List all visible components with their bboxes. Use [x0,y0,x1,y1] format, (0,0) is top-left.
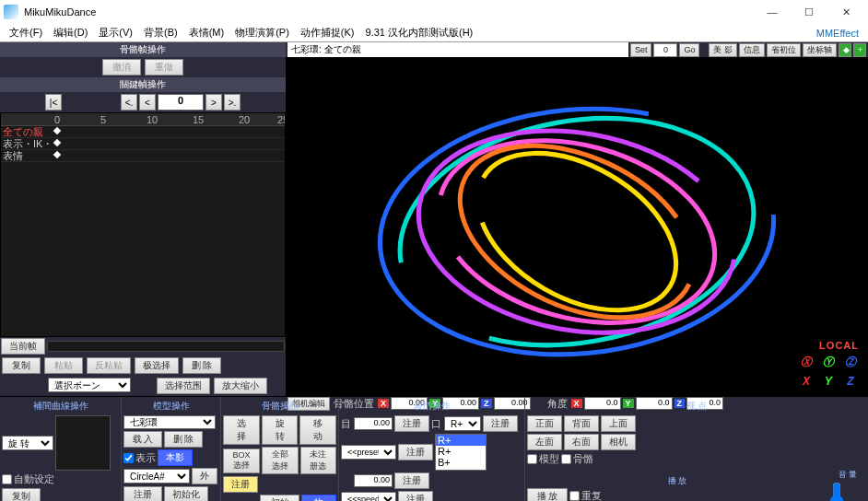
nav-prev[interactable]: < [139,94,156,111]
nav-prev2[interactable]: <. [121,94,137,111]
disp-check[interactable]: 表示 [123,451,156,465]
list-item[interactable]: B+ [436,457,486,468]
other-select[interactable]: <<speed4+ [341,492,396,501]
curve-mode-select[interactable]: 旋 转 [2,436,53,450]
set-value[interactable]: 0 [653,43,677,57]
list-item[interactable]: R+ [436,446,486,457]
gizmo: LOCAL Ⓧ Ⓨ Ⓩ X Y Z [798,340,859,390]
keyframe-icon[interactable] [53,151,61,158]
vp-plus-icon[interactable]: + [853,43,866,57]
delete-button[interactable]: 删 除 [182,357,221,374]
view-front[interactable]: 正面 [527,415,562,432]
move-y-icon[interactable]: Y [820,373,837,390]
rangesel-button[interactable]: 极选择 [135,357,179,374]
bone-select[interactable]: 选 择 [223,415,260,445]
go-button[interactable]: Go [679,43,699,57]
bone-boxsel[interactable]: BOX选择 [223,449,260,473]
menu-file[interactable]: 文件(F) [4,26,48,40]
view-top[interactable]: 上面 [601,415,636,432]
repeat-check[interactable]: 重复 [569,489,602,501]
bone-reg[interactable]: 注册 [223,476,258,493]
invpaste-button[interactable]: 反粘贴 [87,357,131,374]
zoom-button[interactable]: 放大缩小 [214,378,267,394]
bone-unsel[interactable]: 未注册选 [300,447,336,474]
mouth-select[interactable]: R+ [444,416,481,431]
bone-select-dropdown[interactable]: 選択ボーン [48,378,131,392]
redo-button[interactable]: 重做 [145,59,183,76]
lip-value[interactable]: 0.00 [354,474,393,487]
circle-select[interactable]: CircleA# [123,469,190,484]
minimize-button[interactable]: — [754,0,791,24]
list-item[interactable]: R+ [436,435,486,446]
lip-reg[interactable]: 注册 [394,472,429,489]
vp-green-icon[interactable]: ◆ [839,43,851,57]
view-bone-check[interactable]: 骨骼 [561,452,593,466]
nav-next[interactable]: > [205,94,222,111]
menu-expression[interactable]: 表情(M) [183,26,230,40]
keyframe-icon[interactable] [53,127,61,134]
range-button[interactable]: 选择范围 [157,378,210,394]
rot-y-icon[interactable]: Ⓨ [820,355,837,371]
nav-next2[interactable]: >. [224,94,240,111]
rot-z-icon[interactable]: Ⓩ [842,355,859,371]
menu-physics[interactable]: 物理演算(P) [229,26,295,40]
menu-version[interactable]: 9.31 汉化内部测试版(H) [360,26,479,40]
model-reg[interactable]: 注册 [123,486,162,501]
view-back[interactable]: 背面 [564,415,599,432]
shadow-button[interactable]: 美 影 [709,43,737,57]
view-model-check[interactable]: 模型 [527,452,559,466]
morph-list[interactable]: R+ R+ B+ G+ [435,434,487,471]
play-button[interactable]: 播 放 [527,488,568,502]
maximize-button[interactable]: ☐ [791,0,827,24]
auto-check[interactable]: 自動设定 [2,472,119,486]
curve-pad[interactable] [55,415,111,471]
paste-button[interactable]: 粘贴 [44,357,83,374]
model-shadow[interactable]: 本影 [158,449,193,466]
menu-view[interactable]: 显示(V) [93,26,138,40]
face-header: 表情操作 [341,399,522,414]
model-select[interactable]: 七彩環 [123,415,216,429]
menu-edit[interactable]: 编辑(D) [48,26,93,40]
close-button[interactable]: ✕ [827,0,864,24]
bone-allsel[interactable]: 全部选择 [262,447,298,474]
viewport-3d[interactable]: LOCAL Ⓧ Ⓨ Ⓩ X Y Z [286,57,868,397]
ext-button[interactable]: 外 [192,468,217,484]
mouth-reg[interactable]: 注册 [483,415,518,432]
nav-first[interactable]: |< [45,94,62,111]
model-init[interactable]: 初始化 [164,486,208,501]
rot-x-icon[interactable]: Ⓧ [798,355,815,371]
other-reg[interactable]: 注册 [398,491,433,501]
bone-rot[interactable]: 旋 转 [262,415,299,445]
timeline[interactable]: 0 5 10 15 20 25 全ての親 表示・IK・外観 表情 [0,112,286,337]
set-button[interactable]: Set [630,43,652,57]
move-x-icon[interactable]: X [798,373,815,390]
move-z-icon[interactable]: Z [842,373,859,390]
brow-select[interactable]: <<preset1 [341,445,396,460]
list-item[interactable]: G+ [436,468,486,471]
view-left[interactable]: 左面 [527,434,562,450]
bone-init[interactable]: 初始化 [260,495,299,501]
mmeffect-label[interactable]: MMEffect [816,28,864,39]
menu-background[interactable]: 背景(B) [138,26,183,40]
copy-button[interactable]: 复制 [2,357,41,374]
timeline-scrollbar[interactable] [47,341,285,352]
brow-reg[interactable]: 注册 [398,444,433,460]
curve-copy[interactable]: 复制 [2,488,41,501]
undo-button[interactable]: 撤消 [102,59,141,76]
eye-value[interactable]: 0.00 [354,417,393,430]
view-right[interactable]: 右面 [564,434,599,450]
model-del[interactable]: 删 除 [164,431,203,448]
keyframe-icon[interactable] [53,139,61,146]
savepos-button[interactable]: 省初位 [767,43,801,57]
view-camera[interactable]: 相机 [601,434,636,450]
eye-reg[interactable]: 注册 [394,415,429,432]
bone-phys[interactable]: 物 理 [301,495,336,501]
frame-input[interactable]: 0 [158,94,204,111]
volume-slider[interactable] [829,482,844,501]
menu-mocap[interactable]: 动作捕捉(K) [295,26,360,40]
bone-move[interactable]: 移 动 [299,415,336,445]
current-frame-button[interactable]: 当前帧 [1,338,45,355]
model-load[interactable]: 载 入 [123,431,162,448]
axes-button[interactable]: 坐标轴 [803,43,837,57]
info-button[interactable]: 信息 [739,43,765,57]
